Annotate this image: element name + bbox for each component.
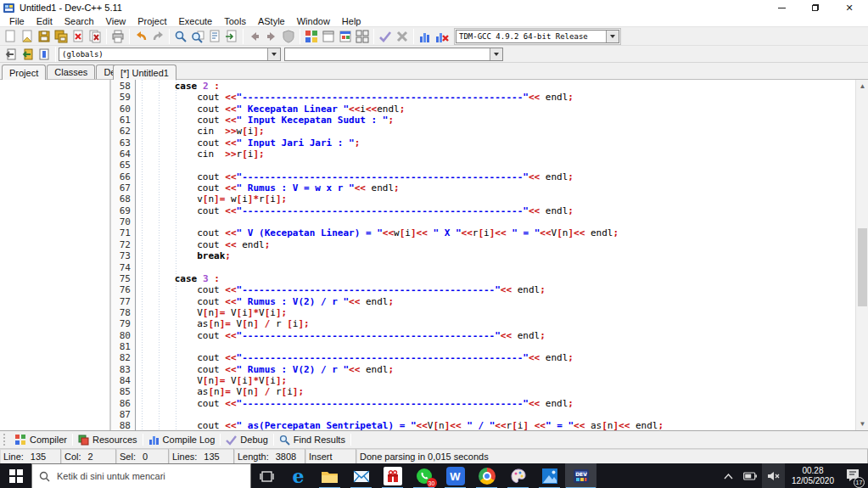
report-tab-compiler[interactable]: Compiler [10, 433, 72, 447]
code-line-78[interactable]: V[n]= V[i]*V[i]; [141, 307, 855, 318]
find-in-files-button[interactable] [189, 28, 206, 44]
code-line-87[interactable] [141, 409, 855, 420]
project-manager-button[interactable] [303, 28, 320, 44]
report-window-button[interactable] [320, 28, 337, 44]
abort-compile-button[interactable] [394, 28, 411, 44]
taskbar-whatsapp[interactable]: 30 [408, 463, 440, 488]
close-file-button[interactable] [70, 28, 87, 44]
taskbar-devcpp[interactable]: DEV [565, 463, 596, 488]
floating-report-button[interactable] [337, 28, 354, 44]
menu-window[interactable]: Window [291, 15, 336, 27]
globals-select-arrow[interactable] [267, 48, 280, 60]
tray-chevron-up[interactable] [719, 463, 738, 488]
profile-delete-button[interactable] [434, 28, 451, 44]
editor-code-area[interactable]: case 2 : cout <<"-----------------------… [136, 80, 855, 430]
code-line-81[interactable] [141, 341, 855, 352]
menu-astyle[interactable]: AStyle [252, 15, 291, 27]
goto-function-button[interactable] [19, 46, 36, 62]
code-line-79[interactable]: as[n]= V[n] / r [i]; [141, 318, 855, 329]
members-select-arrow[interactable] [490, 48, 502, 60]
taskbar-chrome[interactable] [471, 463, 502, 488]
window-layout-button[interactable] [354, 28, 371, 44]
report-tab-compile-log[interactable]: Compile Log [143, 433, 221, 447]
taskbar-file-explorer[interactable] [314, 463, 345, 488]
code-line-69[interactable]: cout <<"--------------------------------… [141, 205, 855, 216]
undo-button[interactable] [132, 28, 149, 44]
code-line-60[interactable]: cout <<" Kecepatan Linear "<<i<<endl; [141, 104, 855, 115]
taskbar-gift-app[interactable] [377, 463, 408, 488]
taskbar-photos[interactable] [534, 463, 565, 488]
code-line-76[interactable]: cout <<"--------------------------------… [141, 284, 855, 295]
menu-help[interactable]: Help [336, 15, 367, 27]
tray-volume[interactable] [762, 463, 785, 488]
code-line-85[interactable]: as[n]= V[n] / r[i]; [141, 386, 855, 397]
menu-tools[interactable]: Tools [218, 15, 252, 27]
print-button[interactable] [109, 28, 126, 44]
code-line-84[interactable]: V[n]= V[i]*V[i]; [141, 375, 855, 386]
menu-file[interactable]: File [3, 15, 31, 27]
task-view-button[interactable] [251, 463, 283, 488]
panel-tab-project[interactable]: Project [2, 65, 46, 80]
code-line-82[interactable]: cout <<"--------------------------------… [141, 352, 855, 363]
code-line-67[interactable]: cout <<" Rumus : V = w x r "<< endl; [141, 182, 855, 194]
swap-header-source-button[interactable] [2, 46, 19, 62]
close-all-button[interactable] [87, 28, 104, 44]
code-line-71[interactable]: cout <<" V (Kecepatan Linear) = "<<w[i]<… [141, 227, 855, 238]
minimize-button[interactable] [776, 3, 787, 13]
code-line-66[interactable]: cout <<"--------------------------------… [141, 171, 855, 182]
scroll-up-arrow[interactable]: ▲ [856, 80, 868, 93]
editor-tab-untitled1[interactable]: [*] Untitled1 [113, 65, 176, 80]
report-tab-find-results[interactable]: Find Results [274, 433, 350, 447]
notification-center-button[interactable]: 17 [841, 463, 868, 488]
code-line-86[interactable]: cout <<"--------------------------------… [141, 398, 855, 409]
close-button[interactable]: ✕ [844, 3, 854, 13]
code-line-73[interactable]: break; [141, 250, 855, 261]
globals-select[interactable]: (globals) [59, 48, 281, 61]
new-file-button[interactable] [2, 28, 19, 44]
taskbar-search-box[interactable]: Ketik di sini untuk mencari [31, 463, 251, 488]
code-line-72[interactable]: cout << endl; [141, 239, 855, 250]
taskbar-mail[interactable] [345, 463, 377, 488]
scroll-down-arrow[interactable]: ▼ [856, 418, 868, 430]
compiler-select-arrow[interactable] [606, 31, 619, 42]
start-button[interactable] [0, 463, 31, 488]
taskbar-edge[interactable]: e [283, 463, 314, 488]
report-tab-debug[interactable]: Debug [221, 433, 272, 447]
back-button[interactable] [246, 28, 263, 44]
vertical-scrollbar[interactable]: ▲ ▼ [855, 80, 868, 430]
menu-execute[interactable]: Execute [172, 15, 218, 27]
restore-button[interactable] [810, 3, 820, 13]
replace-button[interactable] [206, 28, 223, 44]
code-line-62[interactable]: cin >>w[i]; [141, 126, 855, 137]
code-line-58[interactable]: case 2 : [141, 81, 855, 92]
taskbar-paint3d[interactable] [502, 463, 534, 488]
forward-button[interactable] [263, 28, 280, 44]
save-button[interactable] [36, 28, 53, 44]
panel-tab-classes[interactable]: Classes [47, 65, 95, 79]
report-tab-resources[interactable]: Resources [73, 433, 143, 447]
code-line-88[interactable]: cout <<" as(Percepatan Sentripetal) = "<… [141, 420, 855, 430]
menu-search[interactable]: Search [59, 15, 100, 27]
syntax-check-button[interactable] [377, 28, 394, 44]
menu-view[interactable]: View [100, 15, 132, 27]
menu-project[interactable]: Project [132, 15, 172, 27]
members-select[interactable] [284, 48, 503, 61]
taskbar-wps[interactable]: W [440, 463, 471, 488]
code-line-61[interactable]: cout <<" Input Kecepatan Sudut : "; [141, 115, 855, 126]
editor-gutter[interactable]: 5859606162636465666768697071727374757677… [111, 80, 136, 430]
compiler-select[interactable]: TDM-GCC 4.9.2 64-bit Release [456, 30, 619, 43]
tray-clock[interactable]: 00.28 12/05/2020 [785, 463, 841, 488]
code-editor[interactable]: 5859606162636465666768697071727374757677… [111, 80, 868, 430]
open-file-button[interactable] [19, 28, 36, 44]
code-line-74[interactable] [141, 262, 855, 273]
code-line-70[interactable] [141, 216, 855, 227]
code-line-64[interactable]: cin >>r[i]; [141, 149, 855, 160]
find-button[interactable] [172, 28, 189, 44]
code-line-68[interactable]: v[n]= w[i]*r[i]; [141, 194, 855, 205]
scrollbar-thumb[interactable] [858, 228, 867, 306]
code-line-77[interactable]: cout <<" Rumus : V(2) / r "<< endl; [141, 296, 855, 307]
project-browser-panel[interactable] [0, 80, 111, 430]
code-line-83[interactable]: cout <<" Rumus : V(2) / r "<< endl; [141, 364, 855, 375]
save-all-button[interactable] [53, 28, 70, 44]
toggle-bookmark-button[interactable] [36, 46, 53, 62]
